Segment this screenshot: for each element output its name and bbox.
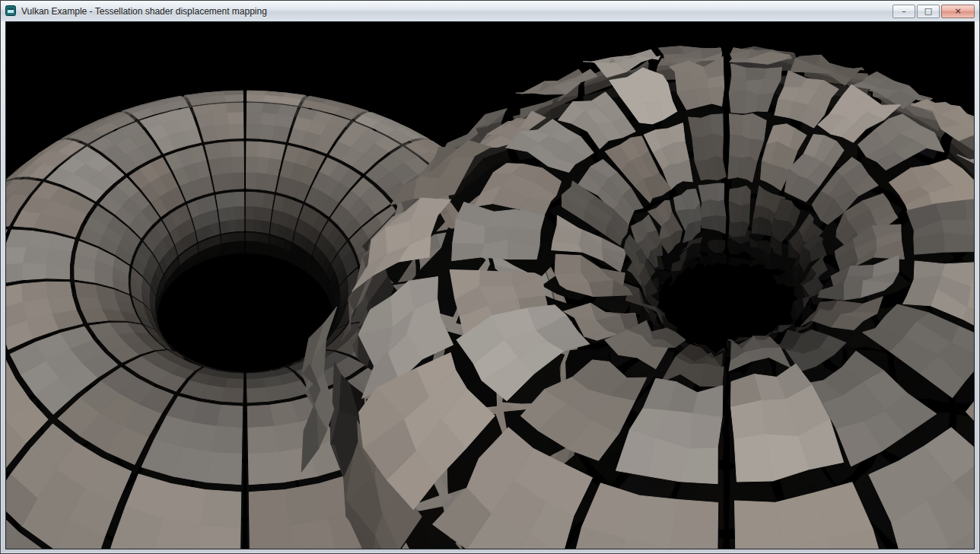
app-icon (5, 5, 16, 16)
minimize-button[interactable]: – (892, 5, 915, 18)
app-window: Vulkan Example - Tessellation shader dis… (0, 0, 980, 554)
maximize-icon: □ (924, 7, 932, 15)
maximize-button[interactable]: □ (917, 5, 940, 18)
close-button[interactable]: × (941, 5, 975, 18)
vulkan-render-canvas[interactable] (6, 22, 974, 549)
window-controls: – □ × (892, 5, 975, 18)
close-icon: × (954, 7, 961, 15)
titlebar[interactable]: Vulkan Example - Tessellation shader dis… (1, 1, 979, 21)
window-title: Vulkan Example - Tessellation shader dis… (21, 6, 267, 17)
render-area (5, 21, 975, 549)
minimize-icon: – (902, 7, 906, 15)
